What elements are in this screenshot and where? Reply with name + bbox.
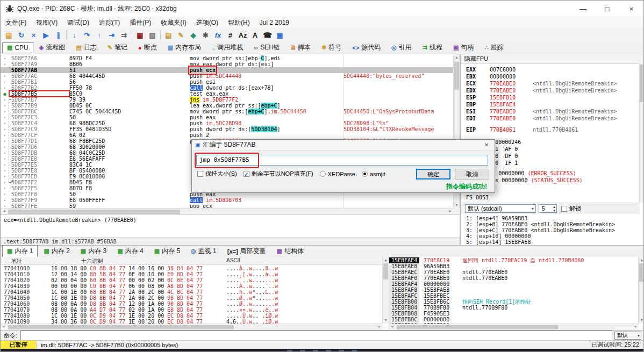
disasm-row[interactable]: •5D8F77C350push eax [1,114,454,120]
scroll-up-arrow[interactable]: ▲ [383,258,389,262]
menu-file[interactable]: 文件(F) [1,17,31,29]
scrollbar-thumb[interactable] [8,210,180,214]
tab-log[interactable]: ▤日志 [71,41,101,54]
disasm-address[interactable]: 5D8F77E5 [9,162,69,168]
disasm-row[interactable]: •5D8F77B779 39jns im.5D8F77F2 [1,97,454,103]
stack-view[interactable]: 15E8FAE4770EAC19返回到 ntdll.770EAC19 自 ntd… [389,257,644,330]
disasm-address[interactable]: 5D8F77D6 [9,144,69,150]
disasm-address[interactable]: 5D8F77A9 [9,61,69,67]
maximize-button[interactable]: □ [595,1,619,17]
cancel-button[interactable]: 取消 [455,169,489,179]
taskbar-icon[interactable] [352,350,357,351]
scrollbar-thumb[interactable] [383,263,388,279]
asmjit-radio[interactable]: asmjit [362,171,385,177]
scroll-down-arrow[interactable]: ▼ [639,318,644,322]
calling-convention-dropdown[interactable]: 默认 (stdcall) ▾ [465,204,536,213]
shield-icon[interactable]: ◆ [187,30,199,40]
dump-horizontal-scrollbar[interactable]: ◄ ► [1,324,382,330]
disasm-row[interactable]: •5D8F77CF6A 02push 2 [1,132,454,138]
stack-vertical-scrollbar[interactable]: ▲ ▼ [638,257,644,324]
tab-dump-1[interactable]: ▦内存 1 [2,245,38,257]
hash-icon[interactable]: # [224,30,237,40]
fx-icon[interactable]: fx [212,30,224,40]
minimize-button[interactable]: — [571,1,595,17]
register-ebx[interactable]: EBX00000000 [466,73,644,80]
stack-row[interactable]: 15E8FAFC15E8FBEC [389,293,639,299]
stack-row[interactable]: 15E8FAE896A59BB3 [389,263,639,269]
taskbar-icon[interactable] [300,350,305,351]
menu-favourites[interactable]: 收藏夹(I) [156,17,191,29]
command-input[interactable] [20,331,612,341]
argument-count-spinner[interactable]: 5 ▲▼ [539,204,557,213]
gutter-dot[interactable]: • [1,204,9,208]
taskbar-icon[interactable] [313,350,318,351]
fill-with-nops-checkbox[interactable]: ✓ 剩余字节以NOP填充(F) [244,170,313,178]
stack-row[interactable]: 15E8FB04770B9F80ntdll.770B9F80 [389,305,639,311]
dump-vertical-scrollbar[interactable]: ▲ ▼ [382,257,389,324]
disasm-row[interactable]: •5D8F77BCC745 0C 5044C45Dmov dword ptr s… [1,109,454,114]
disasm-address[interactable]: 5D8F77F2 [9,179,69,185]
disasm-row[interactable]: •5D8F77C468 98BDC25Dpush im.5DC2BD985DC2… [1,120,454,126]
phone-icon[interactable]: ☎ [261,30,274,40]
disasm-address[interactable]: 5D8F77CF [9,132,69,138]
menu-trace[interactable]: 追踪(T) [94,17,125,29]
tab-trace[interactable]: ∴跟踪 [480,41,508,54]
disasm-address[interactable]: 5D8F77AB [9,67,69,73]
dump-row[interactable]: 7704106008 00 0A 00D8 8B 04 7712 00 1A 0… [1,301,382,307]
tab-breakpoints[interactable]: ●断点 [133,41,162,54]
font-icon[interactable]: Az [237,30,249,40]
tab-threads[interactable]: ⇉线程 [418,41,447,54]
run-icon[interactable]: ▶ [40,30,52,40]
dialog-close-button[interactable]: × [478,141,495,149]
disasm-address[interactable]: 5D8F77C4 [9,120,69,126]
call-argument[interactable]: 1: [esp+4] 96A59BB3 [466,215,615,221]
tab-struct[interactable]: ▦结构体 [272,245,309,257]
tab-handles[interactable]: ▣句柄 [448,41,478,54]
notes-icon[interactable]: ✎ [175,30,187,40]
scroll-right-arrow[interactable]: ► [448,209,452,213]
animate-icon[interactable]: ⇉ [118,30,130,40]
scroll-right-arrow[interactable]: ► [635,325,637,329]
scrollbar-thumb[interactable] [639,263,644,282]
call-argument[interactable]: 5: [esp+14] 15E8FAE8 [466,239,615,245]
execute-till-return-icon[interactable]: ⇥ [105,30,118,40]
highlight-icon[interactable]: A [249,30,261,40]
scroll-left-arrow[interactable]: ◄ [2,209,6,213]
call-argument[interactable]: 3: [esp+C] 770EABE0 <ntdll.DbgUiRemoteBr… [466,227,615,233]
registers-scrollbar[interactable] [639,63,644,203]
register-esp[interactable]: ESP15E8FB10 [466,94,644,101]
scroll-left-arrow[interactable]: ◄ [391,325,393,329]
disasm-address[interactable]: 5D8F77BC [9,109,69,114]
stack-row[interactable]: 15E8FAF400000000 [389,281,639,287]
scroll-right-arrow[interactable]: ► [378,325,381,329]
scroll-up-arrow[interactable]: ▲ [639,258,644,262]
tab-references[interactable]: ◎引用 [387,41,417,54]
stack-horizontal-scrollbar[interactable]: ◄ ► [389,324,639,330]
tab-dump-4[interactable]: ▦内存 4 [112,245,148,257]
call-argument[interactable]: 4: [esp+10] 00000000 [466,233,615,239]
dump-row[interactable]: 7704100016 00 18 00C0 8B 04 7714 00 16 0… [1,265,382,271]
dump-row[interactable]: 770410501C 00 1E 00D8 8B 04 772A 00 2C 0… [1,295,382,301]
windows-taskbar[interactable] [1,349,643,352]
dump-row[interactable]: 7704107008 00 0A 00A4 D7 04 7702 00 1A 0… [1,307,382,313]
stack-row[interactable]: 15E8FAEC770EABE0ntdll.770EABE0 [389,269,639,275]
patch-icon[interactable]: ▦ [134,30,146,40]
menu-debug[interactable]: 调试(D) [62,17,94,29]
taskbar-icon[interactable] [339,350,344,351]
tab-locals[interactable]: [x=]局部变量 [223,245,271,257]
titlebar[interactable]: QQ.exe - PID: 268C - 模块: im.dll - 线程: 25… [1,1,643,17]
disasm-address[interactable]: 5D8F77E8 [9,168,69,174]
stack-row[interactable]: 15E8FAF815E8FAE8 [389,287,639,293]
dump-row[interactable]: 770410801C 00 1E 000C D9 04 771E 00 20 0… [1,313,382,319]
pause-icon[interactable]: ∥ [52,30,65,40]
disasm-row[interactable]: •5D8F77C9FF35 0481D35Dpush dword ptr ds:… [1,126,454,132]
log-icon[interactable]: ▤ [162,30,175,40]
register-edi[interactable]: EDI770EABE0<ntdll.DbgUiRemoteBreakin> [466,115,644,122]
xedparse-radio[interactable]: XEDParse [320,171,355,177]
spinner-arrows-icon[interactable]: ▲▼ [553,205,556,213]
register-eip[interactable]: EIP770B4061ntdll.770B4061 [466,126,644,133]
tab-cpu[interactable]: ▦CPU [2,42,33,53]
disasm-address[interactable]: 5D8F77F5 [9,185,69,191]
command-script-dropdown[interactable]: 默认 ▾ [614,332,641,340]
step-into-icon[interactable]: ↓ [68,30,81,40]
